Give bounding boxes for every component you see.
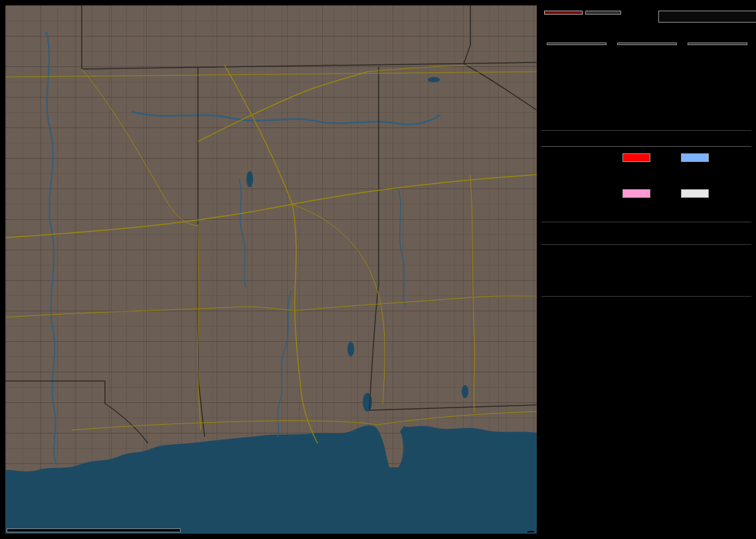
bearing-box: [658, 11, 756, 23]
lake-borgne: [140, 459, 169, 475]
map-base-art: [5, 5, 537, 534]
status-panel: [541, 5, 751, 534]
trend-graph-chart: [543, 350, 750, 526]
copyright-text: [527, 531, 534, 532]
noise-mode-button[interactable]: [585, 11, 621, 15]
rivers: [47, 32, 440, 463]
ic-negative-bar: [681, 189, 709, 198]
lakes: [246, 77, 468, 412]
roads: [5, 65, 537, 443]
lightning-map[interactable]: [5, 5, 537, 534]
state-borders: [5, 5, 537, 443]
noises-per-min-chip[interactable]: [688, 42, 747, 45]
lake-pontchartrain: [73, 461, 137, 487]
strikes-per-min-chip[interactable]: [547, 42, 607, 45]
strike-mode-button[interactable]: [544, 11, 583, 15]
map-legend: [7, 528, 181, 532]
cg-positive-bar: [622, 153, 650, 162]
close-per-min-chip[interactable]: [617, 42, 677, 45]
cg-negative-bar: [681, 153, 709, 162]
ic-positive-bar: [622, 189, 650, 198]
